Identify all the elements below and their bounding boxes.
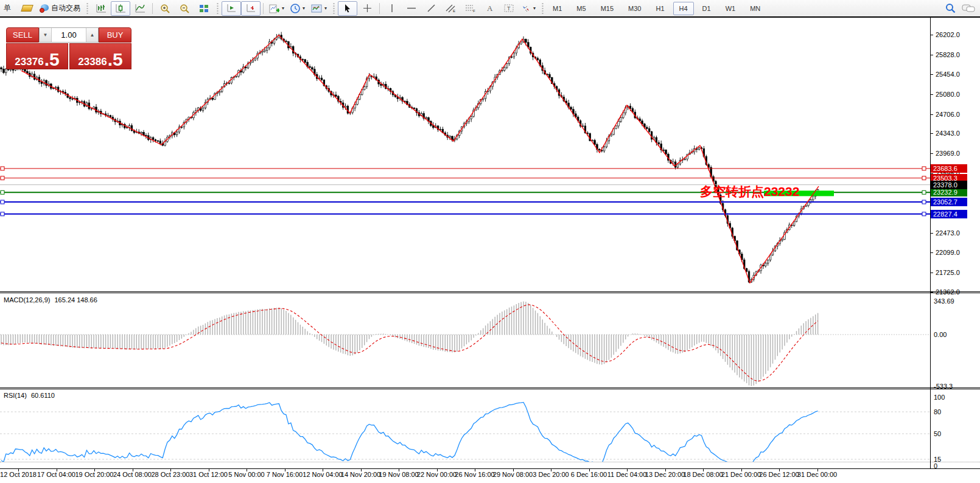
auto-scroll-button[interactable] [222,1,241,16]
zigzag-line[interactable] [21,35,819,283]
tile-windows-button[interactable] [194,1,214,16]
text-button[interactable]: A [480,1,499,16]
chat-icon[interactable] [962,4,975,13]
price-tick-mark [930,35,933,35]
macd-label: MACD(12,26,9) 165.24 148.66 [4,296,97,304]
buy-button[interactable]: BUY [99,27,131,43]
line-handle[interactable] [922,190,926,194]
template-icon [311,4,322,13]
rsi-label: RSI(14) 60.6110 [4,392,55,399]
timeframe-h4[interactable]: H4 [673,2,694,15]
time-tick-label: 19 Nov 08:00 [379,471,418,478]
volume-decrease-button[interactable]: ▼ [40,28,52,42]
time-tick-label: 12 Oct 2018 [0,471,37,478]
macd-values: 165.24 148.66 [54,296,97,304]
dropdown-arrow-icon: ▾ [533,5,536,11]
macd-axis-label: -533.3 [934,383,953,390]
crosshair-button[interactable] [357,1,377,16]
time-tick-label: 18 Dec 08:00 [683,471,723,478]
volume-input[interactable]: 1.00 [52,28,86,42]
line-handle[interactable] [1,167,4,170]
autotrading-button[interactable]: 自动交易 [37,1,83,16]
search-icon[interactable] [945,3,956,13]
fibonacci-button[interactable]: F [460,1,480,16]
toolbar-grip[interactable] [541,2,544,15]
toolbar-grip[interactable] [86,2,89,15]
toolbar-right [945,3,975,13]
main-price-chart[interactable] [0,18,930,291]
trendline-button[interactable] [421,1,441,16]
hline-price-label: 23683.6 [931,164,967,173]
line-handle[interactable] [1,200,4,204]
price-tick-label: 25828.0 [936,51,960,58]
macd-panel[interactable] [0,293,930,387]
horizontal-line-button[interactable] [402,1,421,16]
equidistant-channel-button[interactable]: E [441,1,460,16]
rsi-axis-label: 0 [934,462,937,470]
price-tick-label: 25080.0 [936,91,960,98]
text-icon: A [486,4,494,13]
toolbar-grip[interactable] [332,2,335,15]
toolbar-grip[interactable] [216,2,219,15]
time-tick-label: 29 Nov 08:00 [493,471,533,478]
gold-bar-icon-button[interactable] [17,1,37,16]
rsi-panel[interactable] [0,389,930,462]
tile-windows-icon [199,4,209,13]
bar-chart-button[interactable] [91,1,111,16]
line-handle[interactable] [1,176,4,180]
indicators-button[interactable]: ▾ [266,1,287,16]
time-tick-label: 3 Dec 20:00 [533,471,569,478]
price-tick-label: 26202.0 [936,31,960,38]
templates-button[interactable]: ▾ [308,1,330,16]
price-axis-border [930,18,931,468]
sell-price-button[interactable]: 23376 .5 [6,43,68,69]
text-label-button[interactable]: T [499,1,519,16]
candlestick-chart-button[interactable] [111,1,130,16]
timeframe-mn[interactable]: MN [744,2,766,15]
price-tick-mark [930,153,933,154]
time-tick-label: 7 Nov 16:00 [267,471,303,478]
line-handle[interactable] [1,190,4,194]
line-handle[interactable] [922,167,926,170]
rsi-line [1,402,818,462]
line-chart-button[interactable] [130,1,150,16]
zoom-in-button[interactable] [155,1,175,16]
timeframe-m5[interactable]: M5 [570,2,592,15]
timeframe-h1[interactable]: H1 [649,2,670,15]
time-tick-label: 31 Oct 12:00 [189,471,228,478]
line-handle[interactable] [922,212,926,216]
timeframe-m15[interactable]: M15 [595,2,620,15]
chart-shift-icon [246,4,256,13]
timeframe-m1[interactable]: M1 [547,2,568,15]
line-handle[interactable] [1,212,4,216]
volume-increase-button[interactable]: ▲ [86,28,98,42]
macd-chart [0,293,930,387]
price-tick-mark [930,94,933,95]
timeframe-d1[interactable]: D1 [696,2,717,15]
new-order-label: 单 [4,3,11,13]
line-handle[interactable] [922,200,926,204]
time-tick-label: 12 Nov 04:00 [303,471,342,478]
price-tick-mark [930,114,933,115]
svg-text:E: E [453,9,455,13]
timeframe-m30[interactable]: M30 [622,2,647,15]
cursor-button[interactable] [338,1,357,16]
buy-price-frac: .5 [108,52,123,67]
arrows-button[interactable]: ▾ [519,1,539,16]
buy-price-int: 23386 [78,57,107,67]
volume-control: ▼ 1.00 ▲ [39,27,99,43]
time-tick-label: 11 Dec 04:00 [607,471,647,478]
chart-shift-button[interactable] [241,1,261,16]
candlestick-chart [0,18,930,291]
chart-annotation[interactable]: 多空转折点23232 [700,183,799,200]
timeframe-w1[interactable]: W1 [719,2,742,15]
vertical-line-button[interactable] [382,1,402,16]
line-handle[interactable] [922,176,926,180]
buy-price-button[interactable]: 23386 .5 [69,43,131,69]
new-order-button[interactable]: 单 [0,1,17,16]
zoom-out-button[interactable] [175,1,194,16]
sell-button[interactable]: SELL [6,27,39,43]
periods-button[interactable]: ▾ [287,1,308,16]
price-tick-label: 25454.0 [936,71,960,78]
price-tick-mark [930,273,933,273]
